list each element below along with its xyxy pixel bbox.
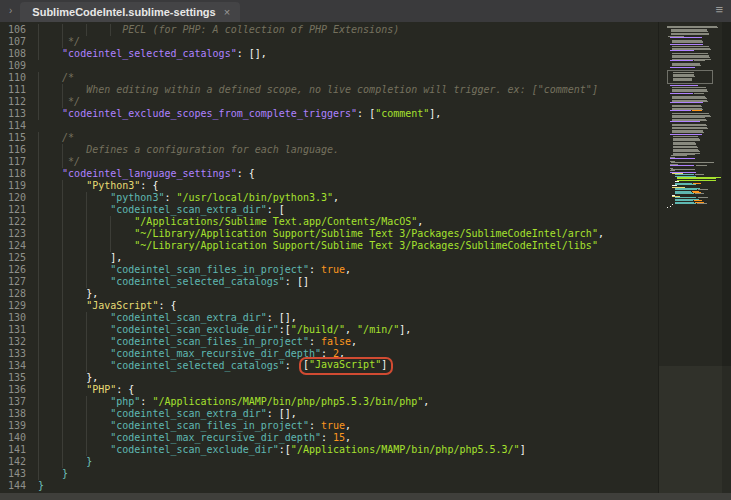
line-number: 134: [0, 360, 26, 372]
code-token: ,: [333, 192, 339, 203]
line-number: 141: [0, 444, 26, 456]
code-line[interactable]: "JavaScript": {: [38, 300, 658, 312]
line-number: 131: [0, 324, 26, 336]
code-line[interactable]: "~/Library/Application Support/Sublime T…: [38, 228, 658, 240]
code-line[interactable]: "codeintel_scan_files_in_project": false…: [38, 336, 658, 348]
code-line[interactable]: Defines a configuration for each languag…: [38, 144, 658, 156]
code-line[interactable]: "codeintel_scan_exclude_dir":["/Applicat…: [38, 444, 658, 456]
code-line[interactable]: "codeintel_selected_catalogs": ["JavaScr…: [38, 360, 658, 372]
code-line[interactable]: "codeintel_scan_extra_dir": [],: [38, 408, 658, 420]
indent-guides: [38, 240, 134, 252]
code-line[interactable]: "codeintel_scan_extra_dir": [],: [38, 312, 658, 324]
line-number: 121: [0, 204, 26, 216]
sidebar-toggle-icon[interactable]: ›: [0, 0, 20, 22]
code-token: */: [68, 96, 80, 107]
code-token: },: [86, 288, 98, 299]
code-token: "php": [110, 396, 140, 407]
code-area[interactable]: PECL (for PHP: A collection of PHP Exten…: [34, 22, 658, 493]
code-token: :: [309, 336, 321, 347]
code-line[interactable]: "codeintel_scan_exclude_dir":["/build/",…: [38, 324, 658, 336]
code-line[interactable]: ],: [38, 252, 658, 264]
line-number: 137: [0, 396, 26, 408]
indent-guides: [38, 252, 110, 264]
code-line[interactable]: "codeintel_selected_catalogs": []: [38, 276, 658, 288]
minimap[interactable]: [658, 22, 731, 493]
code-line[interactable]: "Python3": {: [38, 180, 658, 192]
code-token: "codeintel_selected_catalogs": [62, 48, 237, 59]
code-token: : [: [267, 204, 285, 215]
indent-guides: [38, 132, 62, 144]
indent-guides: [38, 96, 68, 108]
code-token: :: [309, 420, 321, 431]
code-line[interactable]: "codeintel_scan_files_in_project": true,: [38, 420, 658, 432]
code-line[interactable]: "codeintel_scan_extra_dir": [: [38, 204, 658, 216]
code-token: "/Applications/MAMP/bin/php/php5.5.3/": [291, 444, 520, 455]
indent-guides: [38, 336, 110, 348]
line-number: 109: [0, 60, 26, 72]
code-line[interactable]: [38, 120, 658, 132]
code-token: "comment": [375, 108, 429, 119]
editor-pane: 1061071081091101111121131141151161171181…: [0, 22, 731, 493]
tab-overflow-icon[interactable]: ≡: [711, 0, 727, 20]
code-token: "codeintel_scan_exclude_dir": [110, 324, 279, 335]
line-number: 124: [0, 240, 26, 252]
indent-guides: [38, 420, 110, 432]
code-line[interactable]: "codeintel_language_settings": {: [38, 168, 658, 180]
code-token: ],: [429, 108, 441, 119]
code-token: ],: [110, 252, 122, 263]
code-line[interactable]: "python3": "/usr/local/bin/python3.3",: [38, 192, 658, 204]
indent-guides: [38, 192, 110, 204]
tab-close-icon[interactable]: ×: [224, 6, 230, 18]
code-line[interactable]: "~/Library/Application Support/Sublime T…: [38, 240, 658, 252]
code-line[interactable]: }: [38, 456, 658, 468]
line-number: 117: [0, 156, 26, 168]
code-token: "/usr/local/bin/python3.3": [176, 192, 333, 203]
code-line[interactable]: */: [38, 36, 658, 48]
code-line[interactable]: "codeintel_scan_files_in_project": true,: [38, 264, 658, 276]
code-line[interactable]: PECL (for PHP: A collection of PHP Exten…: [38, 24, 658, 36]
indent-guides: [38, 432, 110, 444]
code-line[interactable]: /*: [38, 132, 658, 144]
code-line[interactable]: /*: [38, 72, 658, 84]
code-token: :: [140, 396, 152, 407]
code-line[interactable]: When editing within a defined scope, no …: [38, 84, 658, 96]
code-line[interactable]: [38, 60, 658, 72]
code-line[interactable]: }: [38, 480, 658, 492]
code-line[interactable]: }: [38, 468, 658, 480]
tab-active[interactable]: SublimeCodeIntel.sublime-settings ×: [20, 2, 240, 22]
code-token: "codeintel_selected_catalogs": [110, 276, 285, 287]
line-number: 108: [0, 48, 26, 60]
line-number: 110: [0, 72, 26, 84]
tab-title: SublimeCodeIntel.sublime-settings: [32, 6, 215, 18]
indent-guides: [38, 264, 110, 276]
indent-guides: [38, 84, 86, 96]
code-line[interactable]: "php": "/Applications/MAMP/bin/php/php5.…: [38, 396, 658, 408]
code-line[interactable]: "PHP": {: [38, 384, 658, 396]
code-token: "codeintel_scan_extra_dir": [110, 312, 267, 323]
line-number: 118: [0, 168, 26, 180]
code-token: "codeintel_max_recursive_dir_depth": [110, 432, 321, 443]
code-token: "codeintel_scan_extra_dir": [110, 204, 267, 215]
line-number: 111: [0, 84, 26, 96]
code-token: },: [86, 372, 98, 383]
indent-guides: [38, 468, 62, 480]
code-token: "/build/": [291, 324, 345, 335]
code-token: "~/Library/Application Support/Sublime T…: [134, 228, 598, 239]
line-number: 129: [0, 300, 26, 312]
code-line[interactable]: "codeintel_exclude_scopes_from_complete_…: [38, 108, 658, 120]
scrollbar-track[interactable]: [722, 22, 731, 493]
code-line[interactable]: */: [38, 96, 658, 108]
code-line[interactable]: },: [38, 288, 658, 300]
line-number: 120: [0, 192, 26, 204]
code-line[interactable]: "/Applications/Sublime Text.app/Contents…: [38, 216, 658, 228]
code-token: /*: [62, 132, 74, 143]
code-line[interactable]: */: [38, 156, 658, 168]
indent-guides: [38, 24, 122, 36]
indent-guides: [38, 36, 68, 48]
line-number: 115: [0, 132, 26, 144]
code-line[interactable]: "codeintel_max_recursive_dir_depth": 15,: [38, 432, 658, 444]
code-token: "Python3": [86, 180, 140, 191]
line-number: 139: [0, 420, 26, 432]
code-line[interactable]: "codeintel_selected_catalogs": [],: [38, 48, 658, 60]
indent-guides: [38, 108, 62, 120]
